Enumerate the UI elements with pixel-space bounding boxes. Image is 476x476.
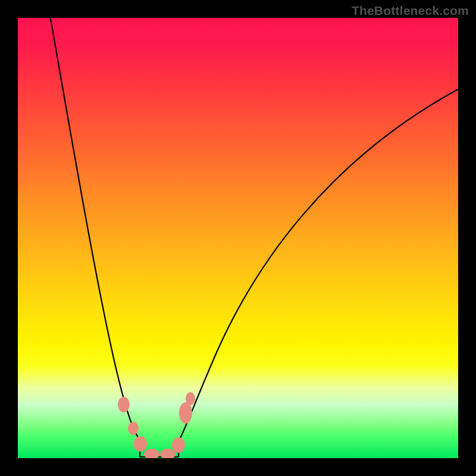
svg-point-5 <box>172 437 185 453</box>
bottleneck-curve <box>18 18 458 458</box>
svg-point-7 <box>186 392 195 405</box>
svg-point-3 <box>144 449 159 458</box>
chart-frame: TheBottleneck.com <box>0 0 476 476</box>
svg-point-1 <box>128 422 139 435</box>
svg-point-6 <box>179 402 192 424</box>
svg-point-2 <box>134 436 147 452</box>
svg-point-0 <box>118 397 130 412</box>
valley-markers <box>118 392 195 458</box>
plot-area <box>18 18 458 458</box>
svg-point-4 <box>160 449 176 458</box>
watermark: TheBottleneck.com <box>352 4 469 18</box>
